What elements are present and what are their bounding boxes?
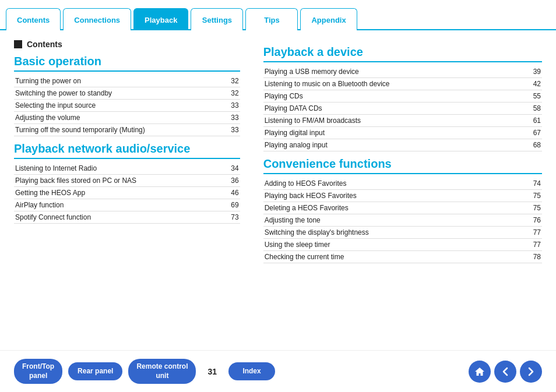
bottom-right-icons [469, 361, 542, 383]
table-row: Getting the HEOS App46 [14, 187, 240, 199]
table-row: Turning off the sound temporarily (Mutin… [14, 124, 240, 136]
black-square-icon [14, 40, 22, 48]
toc-item-page: 58 [526, 103, 542, 115]
toc-item-page: 67 [526, 127, 542, 139]
table-row: Checking the current time78 [263, 251, 542, 263]
toc-item-label: Adjusting the tone [263, 214, 526, 227]
toc-item-page: 36 [224, 175, 240, 187]
forward-button[interactable] [520, 361, 542, 383]
left-column: Contents Basic operation Turning the pow… [14, 40, 252, 350]
toc-item-page: 73 [224, 211, 240, 224]
table-row: Switching the display's brightness77 [263, 227, 542, 239]
table-row: Listening to music on a Bluetooth device… [263, 78, 542, 90]
right-column: Playback a device Playing a USB memory d… [252, 40, 542, 350]
forward-arrow-icon [525, 366, 537, 377]
toc-item-page: 33 [224, 124, 240, 136]
toc-item-page: 69 [224, 199, 240, 211]
table-row: Adding to HEOS Favorites74 [263, 178, 542, 190]
toc-item-label: Playing a USB memory device [263, 66, 526, 78]
toc-item-label: Turning off the sound temporarily (Mutin… [14, 124, 224, 136]
toc-item-page: 75 [526, 202, 542, 214]
home-button[interactable] [469, 361, 491, 383]
toc-item-label: Listening to FM/AM broadcasts [263, 115, 526, 127]
table-row: Listening to FM/AM broadcasts61 [263, 115, 542, 127]
contents-header: Contents [14, 40, 240, 49]
toc-item-page: 55 [526, 90, 542, 103]
bottom-left-nav: Front/Top panel Rear panel Remote contro… [14, 359, 275, 384]
toc-item-page: 32 [224, 87, 240, 100]
front-top-panel-button[interactable]: Front/Top panel [14, 359, 62, 384]
table-row: Adjusting the tone76 [263, 214, 542, 227]
toc-item-page: 75 [526, 190, 542, 202]
toc-item-label: Using the sleep timer [263, 239, 526, 251]
toc-item-label: Spotify Connect function [14, 211, 224, 224]
table-row: Spotify Connect function73 [14, 211, 240, 224]
toc-item-label: Deleting a HEOS Favorites [263, 202, 526, 214]
toc-item-label: Playing digital input [263, 127, 526, 139]
toc-item-page: 39 [526, 66, 542, 78]
main-content: Contents Basic operation Turning the pow… [0, 30, 556, 350]
toc-item-label: Playing DATA CDs [263, 103, 526, 115]
top-navigation: Contents Connections Playback Settings T… [0, 0, 556, 30]
toc-item-page: 74 [526, 178, 542, 190]
contents-label: Contents [27, 40, 62, 49]
tab-connections[interactable]: Connections [63, 8, 131, 30]
tab-settings[interactable]: Settings [191, 8, 243, 30]
network-audio-table: Listening to Internet Radio34Playing bac… [14, 163, 240, 224]
toc-item-label: Adjusting the volume [14, 112, 224, 124]
back-arrow-icon [499, 366, 511, 377]
toc-item-label: Listening to Internet Radio [14, 163, 224, 175]
network-audio-heading: Playback network audio/service [14, 142, 240, 159]
toc-item-page: 76 [526, 214, 542, 227]
table-row: Deleting a HEOS Favorites75 [263, 202, 542, 214]
toc-item-label: Selecting the input source [14, 100, 224, 112]
toc-item-page: 46 [224, 187, 240, 199]
table-row: Playing analog input68 [263, 139, 542, 151]
toc-item-label: Playing back files stored on PC or NAS [14, 175, 224, 187]
page-number: 31 [207, 367, 217, 376]
toc-item-page: 77 [526, 227, 542, 239]
toc-item-page: 32 [224, 75, 240, 87]
tab-playback[interactable]: Playback [133, 8, 188, 30]
toc-item-page: 77 [526, 239, 542, 251]
toc-item-page: 34 [224, 163, 240, 175]
table-row: Playing CDs55 [263, 90, 542, 103]
toc-item-label: Playing analog input [263, 139, 526, 151]
toc-item-label: Turning the power on [14, 75, 224, 87]
toc-item-label: Checking the current time [263, 251, 526, 263]
toc-item-page: 78 [526, 251, 542, 263]
toc-item-label: Listening to music on a Bluetooth device [263, 78, 526, 90]
bottom-bar: Front/Top panel Rear panel Remote contro… [0, 350, 556, 392]
back-button[interactable] [494, 361, 516, 383]
playback-device-heading: Playback a device [263, 45, 542, 62]
toc-item-page: 33 [224, 112, 240, 124]
toc-item-label: Switching the display's brightness [263, 227, 526, 239]
table-row: Listening to Internet Radio34 [14, 163, 240, 175]
remote-control-button[interactable]: Remote control unit [128, 359, 196, 384]
toc-item-label: AirPlay function [14, 199, 224, 211]
playback-device-table: Playing a USB memory device39Listening t… [263, 66, 542, 151]
toc-item-label: Adding to HEOS Favorites [263, 178, 526, 190]
index-button[interactable]: Index [228, 362, 275, 381]
toc-item-page: 68 [526, 139, 542, 151]
home-icon [474, 366, 485, 377]
basic-operation-table: Turning the power on32Switching the powe… [14, 75, 240, 136]
table-row: Playing back HEOS Favorites75 [263, 190, 542, 202]
rear-panel-button[interactable]: Rear panel [68, 362, 122, 381]
table-row: Playing digital input67 [263, 127, 542, 139]
tab-contents[interactable]: Contents [6, 8, 61, 30]
tab-appendix[interactable]: Appendix [300, 8, 357, 30]
toc-item-label: Getting the HEOS App [14, 187, 224, 199]
convenience-table: Adding to HEOS Favorites74Playing back H… [263, 178, 542, 263]
table-row: Turning the power on32 [14, 75, 240, 87]
table-row: Playing a USB memory device39 [263, 66, 542, 78]
table-row: Playing back files stored on PC or NAS36 [14, 175, 240, 187]
table-row: Using the sleep timer77 [263, 239, 542, 251]
table-row: Adjusting the volume33 [14, 112, 240, 124]
convenience-heading: Convenience functions [263, 157, 542, 174]
toc-item-label: Switching the power to standby [14, 87, 224, 100]
table-row: Selecting the input source33 [14, 100, 240, 112]
tab-tips[interactable]: Tips [245, 8, 298, 30]
toc-item-page: 42 [526, 78, 542, 90]
toc-item-page: 33 [224, 100, 240, 112]
